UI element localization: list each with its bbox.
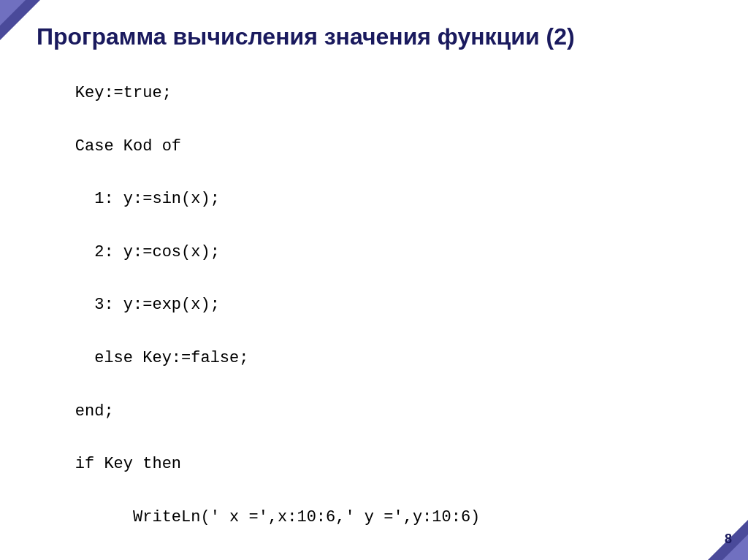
code-line bbox=[37, 372, 711, 398]
slide: Программа вычисления значения функции (2… bbox=[0, 0, 748, 560]
code-block: Key:=true; Case Kod of 1: y:=sin(x); 2: … bbox=[37, 80, 711, 560]
code-line: Case Kod of bbox=[37, 134, 711, 160]
code-line bbox=[37, 531, 711, 557]
code-line: 1: y:=sin(x); bbox=[37, 186, 711, 212]
code-line: if Key then bbox=[37, 451, 711, 477]
code-line: Key:=true; bbox=[37, 80, 711, 107]
code-line bbox=[37, 107, 711, 133]
code-line bbox=[37, 160, 711, 186]
code-line: else WriteLn('Error'); bbox=[37, 557, 711, 560]
page-number: 8 bbox=[725, 532, 732, 547]
code-line bbox=[37, 477, 711, 504]
code-line: else Key:=false; bbox=[37, 345, 711, 372]
slide-title: Программа вычисления значения функции (2… bbox=[37, 22, 711, 53]
code-line: WriteLn(' x =',x:10:6,' y =',y:10:6) bbox=[37, 505, 711, 531]
code-line bbox=[37, 212, 711, 239]
code-line: end; bbox=[37, 399, 711, 425]
code-line: 3: y:=exp(x); bbox=[37, 292, 711, 318]
code-line bbox=[37, 266, 711, 292]
code-line bbox=[37, 425, 711, 451]
code-line bbox=[37, 319, 711, 345]
code-line: 2: y:=cos(x); bbox=[37, 239, 711, 266]
